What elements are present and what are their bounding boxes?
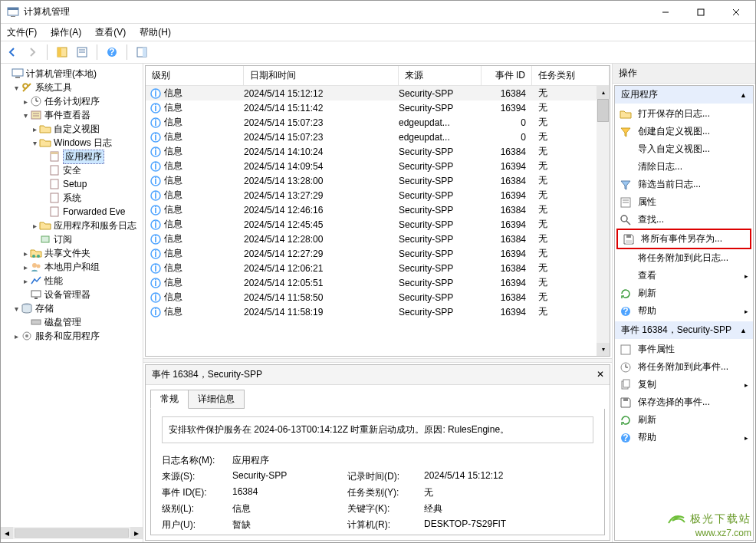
action-help[interactable]: ?帮助▸ [615, 302, 753, 320]
event-row[interactable]: i信息2024/5/14 14:09:54Security-SPP16394无 [146, 159, 610, 173]
col-source[interactable]: 来源 [399, 66, 482, 85]
tree-application-log[interactable]: 应用程序 [63, 150, 104, 164]
svg-rect-24 [51, 166, 58, 175]
help-button[interactable]: ? [104, 44, 120, 61]
list-vscrollbar[interactable]: ▴▾ [597, 86, 610, 356]
svg-rect-1 [8, 8, 18, 10]
menu-file[interactable]: 文件(F) [5, 25, 38, 40]
tree-device-manager[interactable]: 设备管理器 [44, 288, 90, 301]
action-refresh[interactable]: 刷新 [615, 285, 753, 302]
event-row[interactable]: i信息2024/5/14 11:58:19Security-SPP16394无 [146, 304, 610, 319]
tree-system-tools[interactable]: 系统工具 [35, 81, 72, 94]
tab-details[interactable]: 详细信息 [188, 390, 245, 409]
action-attach-task-to-event[interactable]: 将任务附加到此事件... [615, 358, 753, 376]
tree-services-apps[interactable]: 服务和应用程序 [35, 330, 100, 343]
tree-root[interactable]: 计算机管理(本地) [26, 67, 97, 81]
event-datetime: 2024/5/14 12:27:29 [244, 248, 399, 259]
event-level: 信息 [164, 218, 182, 231]
action-filter-current-log[interactable]: 筛选当前日志... [615, 176, 753, 193]
actions-group-event[interactable]: 事件 16384，Security-SPP▲ [615, 321, 753, 339]
action-clear-log[interactable]: 清除日志... [615, 158, 753, 176]
tree-task-scheduler[interactable]: 任务计划程序 [44, 95, 100, 108]
menu-view[interactable]: 查看(V) [94, 25, 127, 40]
find-icon [620, 214, 632, 226]
tree-local-users[interactable]: 本地用户和组 [44, 261, 100, 274]
event-row[interactable]: i信息2024/5/14 12:28:00Security-SPP16384无 [146, 232, 610, 246]
navigation-tree[interactable]: 计算机管理(本地) ▾系统工具 ▸任务计划程序 ▾事件查看器 ▸自定义视图 ▾W… [1, 64, 143, 542]
forward-button[interactable] [24, 44, 41, 61]
svg-rect-4 [698, 9, 704, 15]
action-open-saved-log[interactable]: 打开保存的日志... [615, 105, 753, 123]
svg-text:i: i [154, 263, 156, 274]
svg-rect-34 [35, 298, 38, 299]
show-hide-tree-button[interactable] [54, 44, 71, 61]
action-view[interactable]: 查看▸ [615, 267, 753, 285]
tree-system-log[interactable]: 系统 [63, 192, 81, 205]
menu-help[interactable]: 帮助(H) [138, 25, 173, 40]
tree-setup-log[interactable]: Setup [63, 179, 87, 189]
action-pane-button[interactable] [133, 44, 150, 61]
menu-action[interactable]: 操作(A) [49, 25, 83, 40]
svg-text:i: i [154, 103, 156, 114]
action-save-selected-events[interactable]: 保存选择的事件... [615, 393, 753, 411]
event-id: 0 [482, 117, 532, 128]
svg-point-31 [32, 263, 37, 268]
tree-performance[interactable]: 性能 [44, 275, 63, 288]
tree-custom-views[interactable]: 自定义视图 [54, 123, 100, 136]
action-properties[interactable]: 属性 [615, 193, 753, 211]
tree-disk-management[interactable]: 磁盘管理 [44, 316, 81, 329]
event-row[interactable]: i信息2024/5/14 15:07:23edgeupdat...0无 [146, 130, 610, 144]
event-datetime: 2024/5/14 13:28:00 [244, 176, 399, 186]
event-row[interactable]: i信息2024/5/14 12:46:16Security-SPP16384无 [146, 202, 610, 217]
detail-close-button[interactable]: ✕ [594, 368, 606, 380]
tree-security-log[interactable]: 安全 [63, 164, 81, 177]
splitter[interactable] [143, 358, 612, 363]
action-refresh-2[interactable]: 刷新 [615, 411, 753, 429]
event-row[interactable]: i信息2024/5/14 15:07:23edgeupdat...0无 [146, 115, 610, 130]
tree-shared-folders[interactable]: 共享文件夹 [44, 247, 90, 260]
actions-group-application[interactable]: 应用程序▲ [615, 86, 753, 104]
svg-point-74 [621, 216, 627, 222]
action-save-all-events-as[interactable]: 将所有事件另存为... [616, 229, 751, 249]
tree-forwarded-events[interactable]: Forwarded Eve [63, 206, 125, 217]
tab-general[interactable]: 常规 [150, 390, 189, 409]
action-import-custom-view[interactable]: 导入自定义视图... [615, 140, 753, 158]
properties-button[interactable] [74, 44, 90, 61]
back-button[interactable] [4, 44, 21, 61]
col-datetime[interactable]: 日期和时间 [244, 66, 399, 85]
event-row[interactable]: i信息2024/5/14 13:27:29Security-SPP16394无 [146, 188, 610, 202]
minimize-button[interactable] [648, 1, 683, 24]
tree-subscriptions[interactable]: 订阅 [54, 233, 72, 246]
event-row[interactable]: i信息2024/5/14 12:05:51Security-SPP16394无 [146, 275, 610, 290]
maximize-button[interactable] [683, 1, 718, 24]
label-source: 来源(S): [162, 470, 232, 483]
event-row[interactable]: i信息2024/5/14 14:10:24Security-SPP16384无 [146, 144, 610, 159]
event-row[interactable]: i信息2024/5/14 15:11:42Security-SPP16394无 [146, 100, 610, 115]
event-row[interactable]: i信息2024/5/14 13:28:00Security-SPP16384无 [146, 173, 610, 188]
event-id: 16384 [482, 205, 532, 216]
tree-event-viewer[interactable]: 事件查看器 [44, 109, 90, 122]
tree-app-service-logs[interactable]: 应用程序和服务日志 [54, 219, 136, 232]
event-row[interactable]: i信息2024/5/14 12:27:29Security-SPP16394无 [146, 246, 610, 261]
action-create-custom-view[interactable]: 创建自定义视图... [615, 123, 753, 140]
action-copy[interactable]: 复制▸ [615, 376, 753, 393]
event-row[interactable]: i信息2024/5/14 12:45:45Security-SPP16394无 [146, 217, 610, 232]
value-logged: 2024/5/14 15:12:12 [424, 470, 593, 483]
event-row[interactable]: i信息2024/5/14 12:06:21Security-SPP16384无 [146, 261, 610, 275]
event-row[interactable]: i信息2024/5/14 11:58:50Security-SPP16384无 [146, 290, 610, 304]
svg-text:i: i [154, 190, 156, 201]
action-attach-task-to-log[interactable]: 将任务附加到此日志... [615, 249, 753, 267]
label-keywords: 关键字(K): [347, 502, 424, 515]
tree-windows-logs[interactable]: Windows 日志 [54, 137, 112, 150]
svg-text:i: i [154, 161, 156, 172]
action-find[interactable]: 查找... [615, 211, 753, 229]
action-event-properties[interactable]: 事件属性 [615, 341, 753, 358]
event-row[interactable]: i信息2024/5/14 15:12:12Security-SPP16384无 [146, 86, 610, 100]
action-help-2[interactable]: ?帮助▸ [615, 429, 753, 446]
close-button[interactable] [718, 1, 754, 24]
col-level[interactable]: 级别 [146, 66, 244, 85]
col-eventid[interactable]: 事件 ID [482, 66, 532, 85]
col-category[interactable]: 任务类别 [532, 66, 610, 85]
tree-hscrollbar[interactable]: ◂▸ [1, 527, 143, 539]
tree-storage[interactable]: 存储 [35, 302, 54, 315]
